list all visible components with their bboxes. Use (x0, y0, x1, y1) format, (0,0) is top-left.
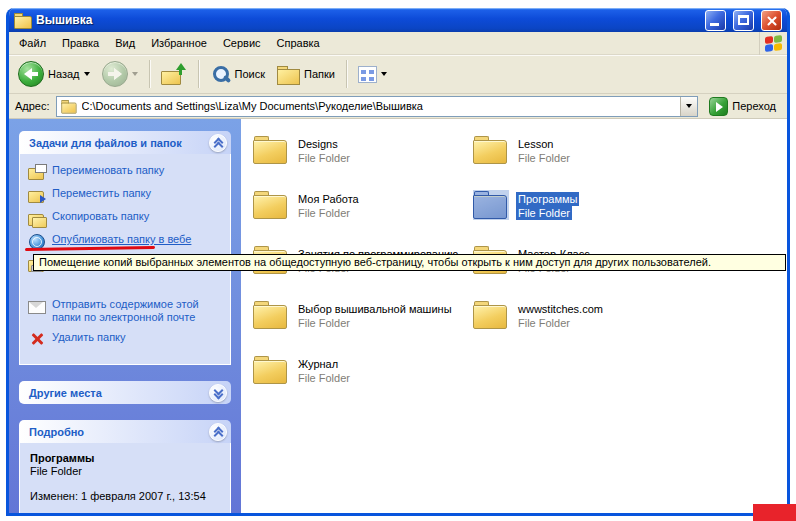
up-folder-icon (161, 63, 187, 85)
task-move-folder[interactable]: Переместить папку (28, 187, 226, 203)
titlebar: Вышивка (9, 8, 787, 32)
window-title: Вышивка (36, 13, 698, 27)
email-icon (28, 298, 46, 314)
explorer-window: Вышивка Файл Правка Вид Избранное Сервис… (6, 8, 790, 516)
rename-folder-icon (28, 164, 46, 180)
go-button[interactable]: Переход (704, 96, 781, 117)
views-icon (358, 66, 377, 83)
menu-file[interactable]: Файл (11, 33, 54, 53)
back-dropdown-icon (84, 72, 90, 76)
copy-folder-icon (28, 210, 46, 226)
tooltip: Помещение копий выбранных элементов на о… (33, 254, 786, 271)
file-item-programmy-selected[interactable]: Программы File Folder (473, 190, 579, 245)
address-bar: Адрес: C:\Documents and Settings\Liza\My… (9, 94, 787, 119)
toolbar-separator (198, 60, 199, 88)
task-delete-folder[interactable]: Удалить папку (28, 331, 226, 347)
tasks-panel-title: Задачи для файлов и папок (29, 137, 182, 149)
views-button[interactable] (353, 63, 392, 86)
go-label: Переход (732, 100, 776, 112)
menu-bar: Файл Правка Вид Избранное Сервис Справка (9, 32, 787, 55)
up-button[interactable] (156, 60, 192, 88)
task-copy-folder[interactable]: Скопировать папку (28, 210, 226, 226)
file-item-zhurnal[interactable]: Журнал File Folder (253, 355, 352, 410)
file-list: Designs File Folder Lesson File Folder М… (241, 119, 787, 516)
menu-tools[interactable]: Сервис (215, 33, 269, 53)
address-value: C:\Documents and Settings\Liza\My Docume… (82, 100, 676, 112)
file-item-designs[interactable]: Designs File Folder (253, 135, 352, 190)
other-places-panel: Другие места (19, 381, 231, 404)
folder-icon (253, 355, 289, 385)
folders-button[interactable]: Папки (272, 62, 340, 87)
tasks-panel-header[interactable]: Задачи для файлов и папок (19, 131, 231, 154)
chevron-up-icon[interactable] (209, 134, 227, 152)
folders-label: Папки (304, 68, 335, 80)
forward-icon (102, 61, 128, 87)
window-folder-icon (14, 13, 31, 27)
details-panel-title: Подробно (29, 426, 84, 438)
menu-view[interactable]: Вид (107, 33, 143, 53)
file-item-vybor-mashiny[interactable]: Выбор вышивальной машины File Folder (253, 300, 454, 355)
other-places-header[interactable]: Другие места (19, 381, 231, 404)
menu-favorites[interactable]: Избранное (143, 33, 215, 53)
folder-icon (253, 190, 289, 220)
task-email-folder[interactable]: Отправить содержимое этой папки по элект… (28, 298, 226, 324)
folder-icon (473, 135, 509, 165)
menu-edit[interactable]: Правка (54, 33, 107, 53)
back-label: Назад (48, 68, 80, 80)
go-icon (709, 97, 728, 116)
task-rename-folder[interactable]: Переименовать папку (28, 164, 226, 180)
maximize-button[interactable] (733, 10, 754, 31)
search-button[interactable]: Поиск (205, 61, 270, 88)
toolbar: Назад Поиск Папки (9, 55, 787, 94)
file-item-lesson[interactable]: Lesson File Folder (473, 135, 572, 190)
toolbar-separator (149, 60, 150, 88)
search-label: Поиск (235, 68, 265, 80)
details-panel-header[interactable]: Подробно (19, 420, 231, 443)
file-item-wwwstitches[interactable]: wwwstitches.com File Folder (473, 300, 605, 355)
folder-icon (253, 135, 289, 165)
details-panel-body: Программы File Folder Изменен: 1 февраля… (19, 443, 231, 515)
details-file-name: Программы (30, 452, 222, 464)
move-folder-icon (28, 187, 46, 203)
red-marker (753, 504, 796, 521)
windows-logo-icon (759, 32, 787, 55)
back-button[interactable]: Назад (13, 58, 95, 90)
folder-icon-selected (473, 190, 509, 220)
publish-web-icon (28, 233, 46, 249)
toolbar-separator (346, 60, 347, 88)
minimize-button[interactable] (705, 10, 726, 31)
details-panel: Подробно Программы File Folder Изменен: … (19, 420, 231, 515)
delete-red-x-icon (28, 331, 46, 347)
task-pane: Задачи для файлов и папок Переименовать … (9, 119, 241, 516)
folder-icon (253, 300, 289, 330)
forward-button[interactable] (97, 58, 143, 90)
content-area: Задачи для файлов и папок Переименовать … (9, 119, 787, 516)
back-icon (18, 61, 44, 87)
folders-icon (277, 65, 300, 84)
views-dropdown-icon (381, 72, 387, 76)
address-label: Адрес: (15, 100, 50, 112)
address-folder-icon (61, 100, 75, 112)
chevron-down-icon[interactable] (209, 384, 227, 402)
forward-dropdown-icon (132, 72, 138, 76)
task-publish-folder[interactable]: Опубликовать папку в вебе (28, 233, 226, 249)
address-input[interactable]: C:\Documents and Settings\Liza\My Docume… (56, 96, 699, 117)
address-dropdown-button[interactable] (680, 97, 697, 116)
other-places-title: Другие места (29, 387, 102, 399)
tasks-panel: Задачи для файлов и папок Переименовать … (19, 131, 231, 365)
details-modified: Изменен: 1 февраля 2007 г., 13:54 (30, 490, 222, 502)
details-file-type: File Folder (30, 465, 222, 477)
folder-icon (473, 300, 509, 330)
close-button[interactable] (761, 10, 782, 31)
file-item-moya-rabota[interactable]: Моя Работа File Folder (253, 190, 361, 245)
search-icon (210, 64, 231, 85)
menu-help[interactable]: Справка (269, 33, 328, 53)
chevron-up-icon[interactable] (209, 423, 227, 441)
